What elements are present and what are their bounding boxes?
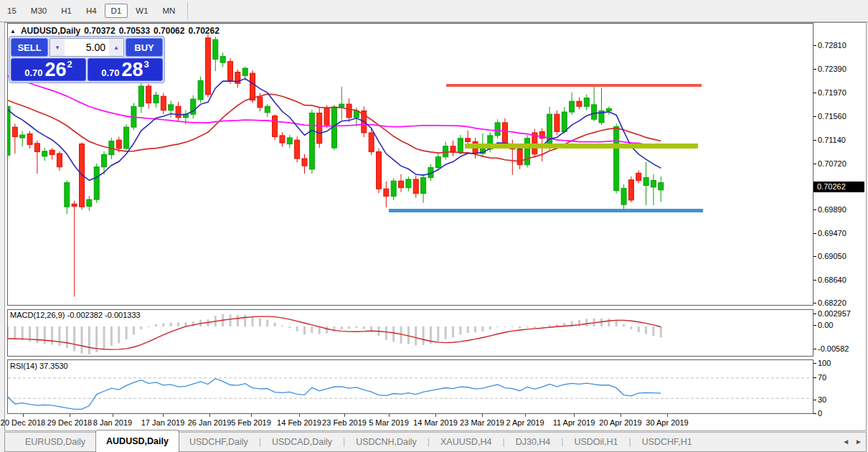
price-axis-label-tick xyxy=(813,303,816,303)
sell-price-small: 0.70 xyxy=(24,67,42,78)
price-axis-label: 0.71560 xyxy=(818,112,846,121)
current-price-tag: 0.70262 xyxy=(813,182,864,192)
price-axis-label-tick xyxy=(813,164,816,164)
tab-usdcad-daily[interactable]: USDCAD,Daily xyxy=(262,433,342,451)
time-axis-tick xyxy=(163,414,164,417)
macd-axis-label-tick xyxy=(813,314,816,314)
time-axis-tick xyxy=(389,414,390,417)
timeframe-w1[interactable]: W1 xyxy=(129,4,154,18)
time-axis-tick xyxy=(70,414,70,417)
tab-usdcnh-daily[interactable]: USDCNH,Daily xyxy=(346,433,427,451)
price-axis-label-tick xyxy=(813,233,816,234)
price-axis-label: 0.69050 xyxy=(818,252,846,260)
sell-price-big: 26 xyxy=(45,60,67,80)
macd-axis-label: 0.002957 xyxy=(818,309,851,318)
tab-scroll-left-icon[interactable]: ◄ xyxy=(842,438,849,446)
tab-usdoil-h1[interactable]: USDOil,H1 xyxy=(564,433,628,451)
timeframe-d1[interactable]: D1 xyxy=(105,4,128,18)
time-axis-tick xyxy=(525,414,526,417)
ohlc-close: 0.70262 xyxy=(188,26,219,36)
price-axis-label-tick xyxy=(813,280,816,281)
time-axis-tick xyxy=(574,414,575,417)
time-axis-tick xyxy=(113,414,113,417)
price-axis-label-tick xyxy=(813,69,816,70)
price-axis-label: 0.72390 xyxy=(818,65,846,73)
tab-usdchf-daily[interactable]: USDCHF,Daily xyxy=(179,433,258,451)
price-axis-label-tick xyxy=(813,256,816,257)
price-axis-label-tick xyxy=(813,140,816,141)
triangle-down-icon: ▼ xyxy=(55,44,60,51)
rsi-axis-label-tick xyxy=(813,400,816,400)
volume-value[interactable]: 5.00 xyxy=(65,39,109,56)
rsi-canvas[interactable] xyxy=(8,360,813,413)
time-axis-tick xyxy=(482,414,483,417)
price-axis-label: 0.68220 xyxy=(818,298,846,307)
rsi-label: RSI(14) 37.3530 xyxy=(10,362,68,370)
sell-price-box[interactable]: 0.70 26 2 xyxy=(11,58,86,81)
chart-tab-bar: EURUSD,DailyAUDUSD,DailyUSDCHF,Daily|USD… xyxy=(4,432,867,452)
time-axis-label: 2 Apr 2019 xyxy=(498,418,552,427)
rsi-axis-label-tick xyxy=(813,413,816,414)
buy-button[interactable]: BUY xyxy=(126,38,163,57)
macd-axis-label: -0.00582 xyxy=(818,344,849,353)
price-axis-label: 0.70720 xyxy=(818,159,846,168)
volume-down-button[interactable]: ▼ xyxy=(50,39,65,56)
volume-stepper: ▼ 5.00 ▲ xyxy=(49,38,124,57)
tab-eurusd-daily[interactable]: EURUSD,Daily xyxy=(15,433,95,451)
triangle-up-icon: ▲ xyxy=(113,44,119,51)
price-axis-label-tick xyxy=(813,93,816,93)
tab-dj30-h4[interactable]: DJ30,H4 xyxy=(506,433,561,451)
time-axis-tick xyxy=(344,414,345,417)
objects-collapse-icon[interactable]: ▲ xyxy=(10,28,16,34)
sell-price-pip: 2 xyxy=(67,59,72,70)
volume-up-button[interactable]: ▲ xyxy=(109,39,123,56)
sell-button[interactable]: SELL xyxy=(11,38,48,57)
buy-price-big: 28 xyxy=(122,60,143,80)
ohlc-low: 0.70062 xyxy=(154,26,184,36)
price-axis-label-tick xyxy=(813,45,816,46)
time-axis-tick xyxy=(621,414,621,417)
price-axis-label-tick xyxy=(813,116,816,117)
rsi-axis-label-tick xyxy=(813,377,816,378)
price-axis-label-tick xyxy=(813,209,816,210)
price-axis-label: 0.69890 xyxy=(818,205,846,214)
tab-usdchf-h1[interactable]: USDCHF,H1 xyxy=(632,433,702,451)
toolbar-separator xyxy=(187,2,188,19)
ohlc-high: 0.70533 xyxy=(119,26,150,36)
rsi-axis-label: 0 xyxy=(818,409,822,418)
price-axis-label: 0.71140 xyxy=(818,136,846,144)
timeframe-m30[interactable]: M30 xyxy=(24,4,53,18)
time-axis-tick xyxy=(299,414,300,417)
rsi-axis-label-tick xyxy=(813,363,816,364)
tab-xauusd-h4[interactable]: XAUUSD,H4 xyxy=(430,433,502,451)
timeframe-mn[interactable]: MN xyxy=(156,4,182,18)
timeframe-h4[interactable]: H4 xyxy=(80,4,103,18)
time-axis-label: 8 Jan 2019 xyxy=(85,418,140,427)
time-axis-tick xyxy=(667,414,668,417)
price-axis-label: 0.68640 xyxy=(818,276,846,284)
timeframe-toolbar: 15M30H1H4D1W1MN xyxy=(0,0,868,22)
one-click-trade-panel: SELL ▼ 5.00 ▲ BUY 0.70 26 2 0.70 28 3 xyxy=(9,36,165,83)
time-axis-label: 30 Apr 2019 xyxy=(640,418,694,427)
chart-symbol: AUDUSD,Daily xyxy=(21,26,80,36)
macd-axis-label-tick xyxy=(813,325,816,326)
buy-price-box[interactable]: 0.70 28 3 xyxy=(88,58,163,81)
ohlc-open: 0.70372 xyxy=(84,26,115,36)
macd-label: MACD(12,26,9) -0.002382 -0.001333 xyxy=(10,311,141,319)
rsi-panel xyxy=(7,359,813,414)
price-axis-label: 0.69470 xyxy=(818,229,846,237)
time-axis-tick xyxy=(251,414,252,417)
tab-scroll-arrows: ◄ ► xyxy=(842,438,862,446)
time-axis-tick xyxy=(209,414,210,417)
timeframe-h1[interactable]: H1 xyxy=(55,4,78,18)
tab-audusd-daily[interactable]: AUDUSD,Daily xyxy=(95,430,179,452)
rsi-axis-label: 30 xyxy=(818,395,826,404)
price-axis-label: 0.71970 xyxy=(818,88,846,97)
tab-scroll-right-icon[interactable]: ► xyxy=(855,438,862,446)
macd-axis-label-tick xyxy=(813,349,816,349)
rsi-axis-label: 70 xyxy=(818,373,826,382)
buy-price-pip: 3 xyxy=(144,59,149,70)
macd-axis-label: 0.00 xyxy=(818,321,833,329)
timeframe-15[interactable]: 15 xyxy=(1,4,23,18)
rsi-axis-label: 100 xyxy=(818,359,831,367)
